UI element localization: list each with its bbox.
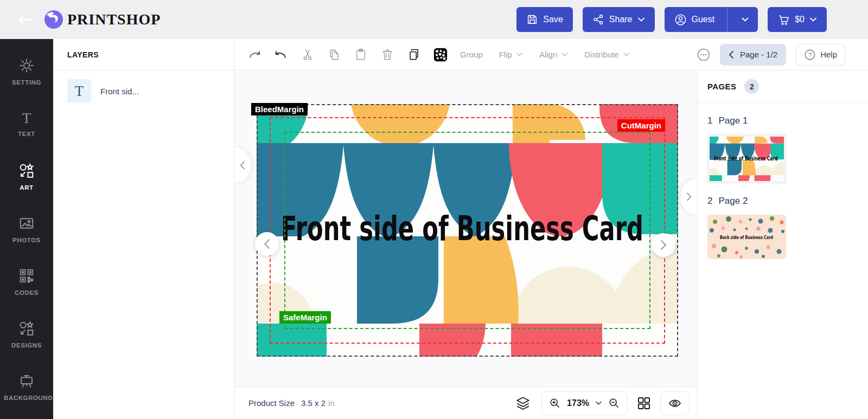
help-icon: ? [804, 49, 816, 61]
header-actions: Save Share Gue [516, 7, 827, 32]
collapse-left-panel-tab[interactable] [234, 147, 251, 183]
printshop-editor: PRINTSHOP Save Share [0, 0, 868, 419]
sidebar-item-art[interactable]: ART [1, 151, 53, 203]
delete-icon[interactable] [380, 48, 394, 62]
chevron-down-icon[interactable] [595, 401, 602, 405]
chevron-down-icon [809, 17, 817, 22]
back-button[interactable] [14, 9, 36, 30]
zoom-in-icon[interactable] [549, 397, 561, 409]
flip-dropdown[interactable]: Flip [499, 50, 523, 59]
layer-label: Front sid... [100, 87, 139, 96]
text-tool-icon: T [22, 111, 31, 125]
zoom-level[interactable]: 173% [567, 398, 589, 408]
cart-icon [777, 14, 790, 26]
image-icon [18, 215, 35, 231]
sidebar-item-codes[interactable]: CODES [1, 256, 53, 308]
pages-title: PAGES [707, 82, 736, 91]
chevron-down-icon [561, 52, 568, 57]
page-nav-chip[interactable]: Page - 1/2 [720, 44, 786, 66]
redo-icon[interactable] [247, 48, 261, 62]
duplicate-icon[interactable] [407, 48, 421, 62]
page-2-thumbnail-art [707, 215, 786, 259]
page-nav-label: Page - 1/2 [740, 50, 777, 59]
brand-name: PRINTSHOP [67, 11, 161, 28]
help-button[interactable]: ? Help [796, 44, 845, 66]
cut-icon[interactable] [301, 48, 315, 62]
grid-view-icon[interactable] [637, 396, 651, 410]
chevron-down-icon [637, 17, 645, 22]
group-button[interactable]: Group [460, 50, 483, 59]
shapes-icon [18, 320, 35, 337]
business-card-artboard[interactable]: BleedMargin CutMargin SafeMargin [257, 104, 678, 357]
distribute-dropdown[interactable]: Distribute [584, 50, 629, 59]
chevron-down-icon [741, 17, 749, 22]
chevron-down-icon [623, 52, 630, 57]
app-header: PRINTSHOP Save Share [0, 0, 868, 39]
shapes-icon [18, 163, 35, 179]
more-options-icon[interactable] [697, 48, 710, 61]
printshop-logo-icon [43, 9, 64, 30]
product-size-label: Product Size [248, 398, 295, 408]
prev-page-button[interactable] [255, 232, 279, 256]
brand-logo[interactable]: PRINTSHOP [43, 9, 161, 30]
zoom-out-icon[interactable] [608, 397, 620, 409]
layers-panel-title: LAYERS [53, 39, 234, 70]
guest-label: Guest [692, 15, 715, 24]
page-2-thumbnail[interactable] [707, 215, 786, 259]
guest-button[interactable]: Guest [665, 7, 758, 32]
eye-icon [668, 396, 682, 410]
guest-dropdown-toggle[interactable] [732, 17, 758, 22]
pages-count-badge: 2 [744, 79, 759, 94]
chevron-right-icon [686, 192, 692, 202]
save-icon [526, 14, 538, 25]
easel-icon [18, 373, 35, 389]
sidebar-item-designs[interactable]: DESIGNS [1, 308, 53, 361]
layers-stack-icon[interactable] [515, 396, 531, 411]
qr-code-icon [18, 268, 35, 284]
card-design[interactable] [257, 104, 678, 357]
cart-amount: $0 [795, 15, 805, 24]
pages-panel-header: PAGES 2 [698, 70, 868, 103]
text-layer-icon: T [67, 79, 91, 103]
design-canvas[interactable]: BleedMargin CutMargin SafeMargin [234, 70, 697, 386]
sidebar-item-setting[interactable]: SETTING [1, 46, 53, 98]
page-1-thumbnail[interactable] [707, 134, 786, 183]
undo-icon[interactable] [274, 48, 288, 62]
help-label: Help [820, 50, 837, 59]
chevron-left-icon [239, 160, 246, 170]
cart-button[interactable]: $0 [768, 7, 827, 32]
chevron-left-icon[interactable] [729, 50, 734, 59]
page-1-label[interactable]: 1 Page 1 [707, 115, 868, 126]
collapse-right-panel-tab[interactable] [681, 179, 697, 215]
product-size-value: 3.5 x 2 [301, 398, 326, 408]
sidebar-item-photos[interactable]: PHOTOS [1, 203, 53, 256]
save-button[interactable]: Save [516, 7, 572, 32]
page-2-label[interactable]: 2 Page 2 [707, 196, 868, 207]
page-1-thumbnail-art [710, 137, 784, 181]
user-icon [674, 14, 687, 26]
svg-text:?: ? [808, 51, 812, 57]
sidebar-item-background[interactable]: BACKGROUND [1, 361, 53, 414]
sidebar-item-text[interactable]: T TEXT [1, 98, 53, 151]
product-size-unit: in [328, 398, 335, 408]
back-arrow-icon [17, 13, 33, 26]
next-page-button[interactable] [652, 233, 675, 257]
copy-icon[interactable] [327, 48, 341, 62]
chevron-left-icon [263, 238, 271, 249]
zoom-controls: 173% [541, 391, 628, 415]
remove-qr-icon[interactable] [433, 48, 448, 62]
save-label: Save [543, 15, 563, 24]
button-divider [727, 7, 727, 32]
gear-icon [18, 57, 35, 74]
share-button[interactable]: Share [583, 7, 655, 32]
paste-icon[interactable] [354, 48, 368, 62]
page-2-section: 2 Page 2 [698, 196, 868, 259]
pages-panel: PAGES 2 1 Page 1 [697, 70, 868, 419]
preview-button[interactable] [660, 391, 690, 415]
status-bar: Product Size 3.5 x 2 in [234, 386, 697, 419]
align-dropdown[interactable]: Align [539, 50, 568, 59]
layer-item-text[interactable]: T Front sid... [67, 79, 234, 103]
layers-panel: LAYERS T Front sid... [53, 39, 234, 419]
share-icon [592, 14, 604, 25]
tool-sidebar: SETTING T TEXT ART [0, 39, 53, 419]
